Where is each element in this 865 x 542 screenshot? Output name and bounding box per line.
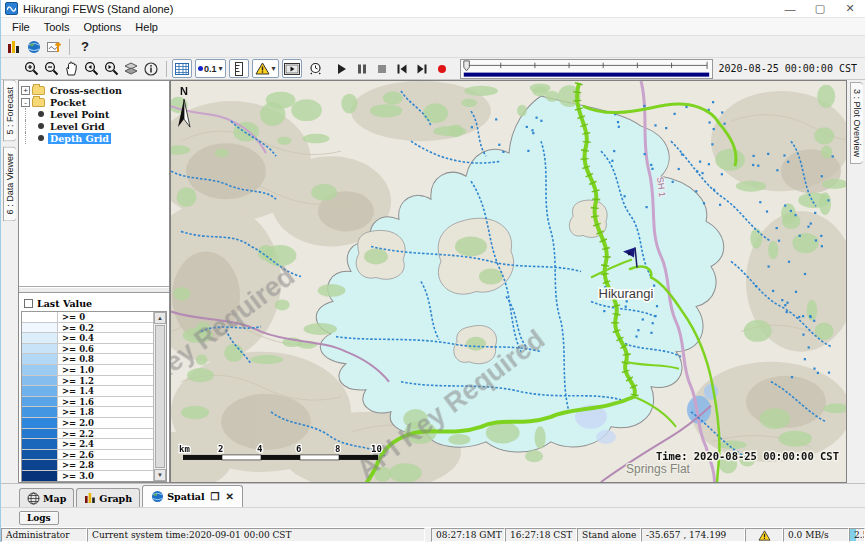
zoom-next-icon[interactable] (101, 59, 121, 78)
record-button[interactable] (432, 59, 452, 78)
pause-button[interactable] (352, 59, 372, 78)
tab-map[interactable]: Map (19, 488, 74, 507)
maximize-button[interactable]: ▢ (805, 0, 835, 17)
legend-color-swatch (22, 386, 58, 396)
status-system-time: Current system time:2020-09-01 00:00 CST (87, 528, 425, 542)
status-gmt-time: 08:27:18 GMT (431, 528, 505, 542)
menu-bar: File Tools Options Help (1, 18, 865, 36)
legend-row-label: >= 0.8 (58, 354, 94, 364)
map-time-overlay: Time: 2020-08-25 00:00:00 CST (656, 450, 839, 462)
animation-settings-icon[interactable] (306, 59, 326, 78)
status-coordinates: -35.657 , 174.199 (641, 528, 745, 542)
legend-row[interactable]: >= 0.8 (22, 354, 153, 365)
layers-icon[interactable] (121, 59, 141, 78)
legend-row-label: >= 1.8 (58, 407, 94, 417)
legend-row-label: >= 2.6 (58, 450, 94, 460)
explorer-panel: + Cross-section - Pocket Level Point Lev… (18, 80, 170, 483)
legend-row[interactable]: >= 1.6 (22, 397, 153, 408)
play-button[interactable] (332, 59, 352, 78)
thresholds-dropdown[interactable]: ▾ (252, 59, 279, 78)
grid-display-icon[interactable] (172, 59, 192, 78)
tab-forecast[interactable]: 5 : Forecast (3, 80, 16, 142)
legend-row[interactable]: >= 1.4 (22, 386, 153, 397)
help-icon[interactable]: ? (75, 37, 95, 56)
tree-item-level-grid[interactable]: Level Grid (21, 120, 169, 132)
scalebar-toggle-icon[interactable] (229, 59, 249, 78)
legend-row-label: >= 0.6 (58, 344, 94, 354)
minimize-button[interactable]: — (775, 0, 805, 17)
timeseries-dialog-icon[interactable] (44, 37, 64, 56)
data-explorer-icon[interactable] (4, 37, 24, 56)
bottom-tab-bar: Map Graph Spatial ❐ ✕ (1, 483, 865, 507)
legend-row-label: >= 2.2 (58, 429, 94, 439)
close-button[interactable]: ✕ (835, 0, 865, 17)
map-canvas[interactable]: Hikurangi SH 1 Springs Flat API Key Requ… (171, 81, 846, 482)
legend-row[interactable]: >= 1.2 (22, 376, 153, 387)
tab-data-viewer[interactable]: 6 : Data Viewer (3, 146, 16, 221)
zoom-out-icon[interactable] (41, 59, 61, 78)
legend-row[interactable]: >= 2.4 (22, 439, 153, 450)
legend-row[interactable]: >= 1.8 (22, 407, 153, 418)
stop-button[interactable] (372, 59, 392, 78)
legend-row-label: >= 0.2 (58, 323, 94, 333)
legend-color-swatch (22, 333, 58, 343)
menu-file[interactable]: File (5, 20, 37, 34)
legend-color-swatch (22, 439, 58, 449)
last-value-checkbox[interactable] (24, 299, 33, 308)
expand-icon[interactable]: + (21, 86, 30, 95)
window-title: Hikurangi FEWS (Stand alone) (23, 3, 173, 15)
time-slider[interactable] (460, 59, 713, 79)
legend-row[interactable]: >= 0.2 (22, 323, 153, 334)
menu-options[interactable]: Options (76, 20, 128, 34)
scrollbar-thumb[interactable] (155, 325, 165, 468)
tree-item-level-point[interactable]: Level Point (21, 108, 169, 120)
legend-row[interactable]: >= 0 (22, 312, 153, 323)
legend-scrollbar[interactable]: ▲ ▼ (153, 312, 166, 481)
legend-row[interactable]: >= 3.0 (22, 471, 153, 481)
tree-item-pocket[interactable]: - Pocket (21, 96, 169, 108)
scroll-up-icon[interactable]: ▲ (154, 312, 166, 324)
legend-row[interactable]: >= 2.8 (22, 460, 153, 471)
tree-connector (25, 120, 36, 132)
menu-tools[interactable]: Tools (37, 20, 77, 34)
menu-help[interactable]: Help (128, 20, 165, 34)
tab-spatial[interactable]: Spatial ❐ ✕ (142, 485, 243, 507)
last-value-option[interactable]: Last Value (21, 295, 167, 311)
chevron-down-icon: ▾ (219, 64, 223, 73)
tab-plot-overview[interactable]: 3 : Plot Overview (850, 82, 863, 164)
collapse-icon[interactable]: - (21, 98, 30, 107)
svg-text:2: 2 (218, 444, 223, 454)
bar-chart-icon (84, 492, 96, 504)
chevron-down-icon: ▾ (272, 64, 276, 73)
animation-window-icon[interactable] (282, 59, 302, 78)
skip-to-end-button[interactable] (412, 59, 432, 78)
zoom-previous-icon[interactable] (81, 59, 101, 78)
legend-row-label: >= 0 (58, 312, 85, 322)
tab-graph[interactable]: Graph (76, 488, 140, 507)
legend-row[interactable]: >= 1.0 (22, 365, 153, 376)
status-warning[interactable] (745, 528, 783, 542)
legend-row[interactable]: >= 2.6 (22, 450, 153, 461)
logs-button[interactable]: Logs (19, 511, 59, 525)
info-icon[interactable] (141, 59, 161, 78)
tab-close-icon[interactable]: ✕ (226, 491, 234, 502)
legend-row[interactable]: >= 2.0 (22, 418, 153, 429)
legend-color-swatch (22, 312, 58, 322)
tree-item-depth-grid[interactable]: Depth Grid (21, 132, 169, 144)
legend-row[interactable]: >= 0.4 (22, 333, 153, 344)
map-globe-icon[interactable] (24, 37, 44, 56)
tab-maximize-icon[interactable]: ❐ (211, 491, 220, 502)
contour-interval-dropdown[interactable]: 0.1 ▾ (195, 59, 226, 78)
title-bar: Hikurangi FEWS (Stand alone) — ▢ ✕ (1, 0, 865, 18)
skip-to-start-button[interactable] (392, 59, 412, 78)
scroll-down-icon[interactable]: ▼ (154, 469, 166, 481)
zoom-in-icon[interactable] (21, 59, 41, 78)
tree-item-cross-section[interactable]: + Cross-section (21, 84, 169, 96)
legend-row[interactable]: >= 2.2 (22, 429, 153, 440)
pan-hand-icon[interactable] (61, 59, 81, 78)
legend-row[interactable]: >= 0.6 (22, 344, 153, 355)
tree-connector (25, 108, 36, 120)
legend-panel: Last Value >= 0>= 0.2>= 0.4>= 0.6>= 0.8>… (19, 293, 169, 482)
tree-connector (25, 132, 36, 144)
legend-color-swatch (22, 418, 58, 428)
